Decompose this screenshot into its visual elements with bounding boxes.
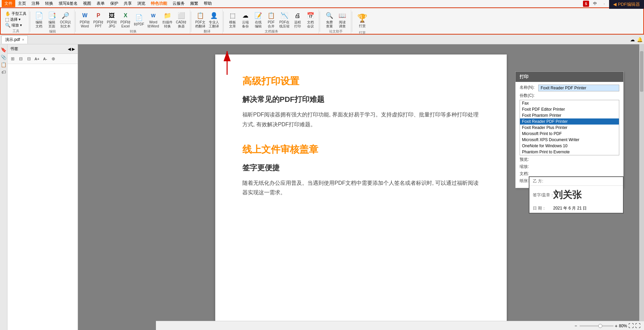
edit-page-btn[interactable]: 📑 编辑页面	[46, 10, 58, 29]
menu-item-help[interactable]: 帮助	[201, 0, 215, 7]
printer-foxit-reader[interactable]: Foxit Reader PDF Printer	[520, 118, 619, 125]
hand-tool-btn[interactable]: ✋ 手型工具	[4, 11, 27, 17]
translate-group: 📋 PDF文档翻译 👤 专业人工翻译 翻译	[192, 9, 223, 34]
pdf-compress-btn[interactable]: 📉 PDF在线压缩	[278, 10, 291, 29]
remote-print-label: 远程打印	[294, 20, 301, 28]
print-dialog-body: 名称(N): Foxit Reader PDF Printer 份数(C): F…	[516, 82, 623, 188]
scan-convert-btn[interactable]: 📁 扫描件转换	[161, 10, 174, 29]
remote-print-btn[interactable]: 🖨 远程打印	[291, 10, 304, 29]
zoom-plus-btn[interactable]: +	[615, 323, 618, 329]
menu-item-cloud[interactable]: 云服务	[170, 0, 187, 7]
zoom-thumb[interactable]	[598, 324, 602, 328]
menu-item-view[interactable]: 视图	[80, 0, 94, 7]
select-tool-btn[interactable]: ⬚ 选择 ▾	[4, 17, 27, 22]
menu-item-protect[interactable]: 保护	[107, 0, 121, 7]
edit-doc-label: 编辑文档	[36, 20, 42, 28]
pdf-to-ppt-btn[interactable]: P PDF转PPT	[92, 10, 105, 29]
pdf-merge-btn[interactable]: 📋 PDF合并	[265, 10, 277, 29]
fullscreen-btn[interactable]: ⛶	[635, 323, 641, 329]
printer-foxit-reader-plus[interactable]: Foxit Reader Plus Printer	[520, 125, 619, 131]
print-name-input[interactable]: Foxit Reader PDF Printer	[538, 85, 619, 91]
pdf-to-jpg-btn[interactable]: 🖼 PDF转JPG	[105, 10, 118, 29]
sidebar-font-down-btn[interactable]: A-	[41, 55, 49, 63]
reading-survey-btn[interactable]: 📖 阅读调查	[336, 10, 348, 29]
printer-phantom-evernote[interactable]: Phantom Print to Evernote	[520, 149, 619, 155]
menu-item-convert[interactable]: 转换	[42, 0, 56, 7]
word-to-pdf-icon: W	[148, 11, 158, 20]
menu-item-fill-sign[interactable]: 填写&签名	[56, 0, 80, 7]
word-to-pdf-btn[interactable]: W Word转Word	[146, 10, 160, 29]
cad-btn[interactable]: ⬜ CAD转换器	[175, 10, 188, 29]
printer-fax[interactable]: Fax	[520, 100, 619, 106]
pdf-to-ppt-icon: P	[94, 11, 103, 20]
sidebar-add-btn[interactable]: ⊞	[9, 55, 16, 63]
pdf-to-jpg-icon: 🖼	[107, 11, 117, 20]
panel-icon-attach[interactable]: 📎	[1, 54, 6, 60]
pdf-editor-btn[interactable]: ◀ PDF编辑器	[609, 0, 644, 9]
menu-item-home[interactable]: 主页	[15, 0, 29, 7]
plagiarism-btn[interactable]: 🔍 免费查重	[323, 10, 336, 29]
panel-icon-layers[interactable]: 📋	[1, 62, 6, 67]
pdf-to-excel-btn[interactable]: X PDF转Excel	[119, 10, 132, 29]
printer-foxit-phantom[interactable]: Foxit Phantom Printer	[520, 112, 619, 118]
sidebar-remove-btn[interactable]: ⊟	[17, 55, 24, 63]
translate-group-label: 翻译	[204, 29, 210, 35]
menu-item-share[interactable]: 共享	[121, 0, 135, 7]
menu-item-file[interactable]: 文件	[2, 0, 15, 7]
printer-ms-pdf[interactable]: Microsoft Print to PDF	[520, 131, 619, 137]
printer-foxit-editor[interactable]: Foxit PDF Editor Printer	[520, 106, 619, 112]
menu-item-form[interactable]: 表单	[94, 0, 107, 7]
merge-icon: 📋	[266, 11, 276, 20]
pdf-editor-arrow: ◀	[613, 2, 618, 7]
sidebar-sub-btn[interactable]: ⊟	[25, 55, 33, 63]
sig-date-value: 2021 年 6 月 21 日	[553, 205, 587, 211]
panel-icon-tag[interactable]: 🏷	[1, 69, 6, 75]
section-1-body: 福昕PDF阅读器拥有强大的打印功能, 界面友好易于学习。支持虚拟打印、批量打印等…	[242, 110, 480, 130]
fit-page-btn[interactable]: ⛶	[628, 323, 634, 329]
pro-translate-btn[interactable]: 👤 专业人工翻译	[207, 10, 220, 29]
printer-onenote[interactable]: OneNote for Windows 10	[520, 143, 619, 149]
right-scrollbar[interactable]	[639, 44, 644, 330]
zoom-tool-btn[interactable]: 🔍 缩放 ▾	[4, 22, 27, 28]
pdf-translate-btn[interactable]: 📋 PDF文档翻译	[194, 10, 207, 29]
cloud-backup-btn[interactable]: ☁ 云端备份	[239, 10, 251, 29]
printer-ms-xps[interactable]: Microsoft XPS Document Writer	[520, 137, 619, 143]
menu-item-special[interactable]: 特色功能	[148, 0, 170, 7]
menu-item-browse[interactable]: 浏览	[135, 0, 148, 7]
sidebar-nav-prev[interactable]: ◀	[68, 47, 71, 51]
reward-btn[interactable]: 🏆 打赏	[355, 10, 370, 30]
sidebar-nav-next[interactable]: ▶	[72, 47, 75, 51]
pro-translate-icon: 👤	[209, 11, 219, 20]
pdf-to-word-btn[interactable]: W PDF转Word	[78, 10, 91, 29]
zoom-slider[interactable]	[580, 325, 613, 327]
edit-doc-btn[interactable]: 📄 编辑文档	[33, 10, 45, 29]
ribbon-toolbar-wrapper: ✋ 手型工具 ⬚ 选择 ▾ 🔍 缩放 ▾ 工具 📄	[0, 7, 644, 35]
sidebar-zoom-btn[interactable]: ⊕	[49, 55, 57, 63]
cloud-label: 云端备份	[242, 20, 249, 28]
menu-item-comment[interactable]: 注释	[29, 0, 42, 7]
pdf-viewer: 高级打印设置 解决常见的PDF打印难题 福昕PDF阅读器拥有强大的打印功能, 界…	[78, 44, 644, 330]
to-pdf-btn[interactable]: 📄 转PDF	[133, 12, 145, 27]
ai-group: 🔍 免费查重 📖 阅读调查 论文助手	[321, 9, 351, 34]
reward-icon: 🏆	[357, 13, 368, 24]
doc-meeting-btn[interactable]: 📅 文档会议	[304, 10, 317, 29]
divider-5	[320, 12, 320, 32]
panel-icon-bookmark[interactable]: 🔖	[1, 47, 6, 52]
template-btn[interactable]: ⬚ 模板文库	[226, 10, 239, 29]
tab-demo-pdf[interactable]: 演示.pdf ×	[1, 36, 28, 44]
ocr-btn[interactable]: 🔎 OCR识别文本	[59, 10, 72, 29]
tab-close-btn[interactable]: ×	[22, 38, 24, 42]
menu-item-frequent[interactable]: 频繁	[187, 0, 201, 7]
scrollbar-thumb[interactable]	[640, 51, 643, 92]
reading-icon: 📖	[338, 11, 347, 20]
bottom-bar: － + 80% ⛶ ⛶	[156, 321, 644, 330]
online-edit-btn[interactable]: 📝 在线编辑	[252, 10, 264, 29]
zoom-minus-btn[interactable]: －	[573, 323, 578, 329]
sidebar-font-up-btn[interactable]: A+	[33, 55, 41, 63]
sogou-lang-btn[interactable]: 中	[590, 0, 600, 7]
tab-bar: 演示.pdf × ☁ 🔔 ◀ PDF编辑器	[0, 35, 644, 44]
print-tools-row: 🏆 打赏	[355, 10, 370, 30]
cad-label: CAD转换器	[176, 20, 186, 28]
plagiarism-icon: 🔍	[325, 11, 334, 20]
zoom-tool-label: 缩放 ▾	[12, 23, 22, 28]
